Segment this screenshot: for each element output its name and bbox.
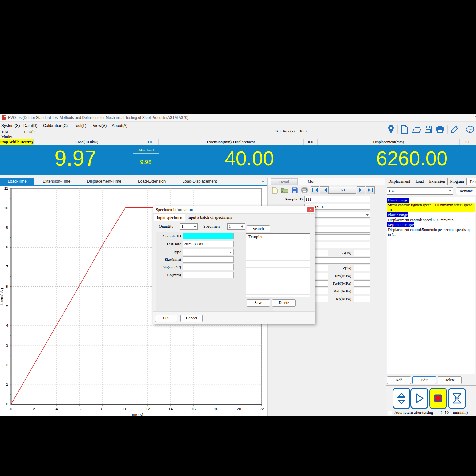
- tab-tensile-test[interactable]: Tensile Test: [467, 178, 476, 185]
- tab-load-displacement[interactable]: Load-Displacement: [174, 178, 225, 185]
- dlg-test-date-input[interactable]: 2025-09-01: [183, 241, 234, 247]
- max-load-label: Max load: [133, 147, 159, 154]
- result-rp-field[interactable]: [354, 296, 370, 302]
- specimen-label: Specimen: [203, 224, 220, 229]
- tab-displacement[interactable]: Displacement: [386, 178, 413, 185]
- svg-text:9: 9: [6, 225, 8, 230]
- svg-text:0: 0: [10, 407, 12, 411]
- tab-detail[interactable]: Detail: [271, 178, 298, 185]
- stop-button[interactable]: [429, 388, 447, 409]
- result-rm-field[interactable]: [354, 273, 370, 279]
- ok-button[interactable]: OK: [155, 315, 177, 322]
- menu-about[interactable]: About(A): [112, 123, 127, 128]
- dlg-type-label: Type: [153, 249, 181, 254]
- save-record-icon[interactable]: [290, 187, 299, 194]
- location-pin-icon[interactable]: [387, 124, 395, 134]
- result-a-field[interactable]: [354, 250, 370, 256]
- print-icon[interactable]: [435, 125, 445, 134]
- extension-channel-value: 0.0: [304, 139, 318, 145]
- result-z-field[interactable]: [354, 265, 370, 271]
- program-step[interactable]: Elastic range: [387, 198, 409, 203]
- last-record-button[interactable]: [366, 186, 375, 194]
- print-record-icon[interactable]: [300, 187, 309, 194]
- edit-pencil-icon[interactable]: [450, 125, 459, 134]
- quantity-stepper[interactable]: 1: [180, 223, 198, 230]
- next-record-button[interactable]: [357, 186, 365, 194]
- dialog-close-button[interactable]: x: [307, 207, 314, 212]
- maximize-button[interactable]: [457, 114, 468, 121]
- tab-displacement-time[interactable]: Displacement-Time: [79, 178, 130, 185]
- open-record-icon[interactable]: [280, 187, 289, 194]
- dlg-sample-id-input[interactable]: [183, 233, 234, 239]
- svg-text:18: 18: [214, 407, 218, 411]
- minimize-button[interactable]: [443, 114, 453, 121]
- detail-toolbar: [271, 186, 309, 195]
- previous-record-button[interactable]: [320, 186, 329, 194]
- templet-delete-button[interactable]: Delete: [272, 299, 296, 307]
- tab-load-extension[interactable]: Load-Extension: [130, 178, 174, 185]
- templet-list[interactable]: Templet: [246, 233, 310, 297]
- sample-id-field[interactable]: 111: [304, 196, 370, 202]
- result-reh-field[interactable]: [354, 280, 370, 287]
- templet-save-button[interactable]: Save: [247, 299, 270, 307]
- add-button[interactable]: Add: [387, 376, 411, 384]
- close-button[interactable]: [472, 114, 476, 121]
- play-icon: [414, 393, 425, 404]
- specimen-stepper[interactable]: 1: [227, 223, 245, 230]
- svg-text:16: 16: [191, 407, 196, 411]
- delete-button[interactable]: Delete: [438, 376, 462, 384]
- tab-input-batch[interactable]: Input a batch of specimens: [185, 214, 235, 221]
- tab-input-specimen[interactable]: Input specimen: [154, 214, 185, 221]
- program-step[interactable]: Displacement control:5mm/min per second …: [387, 227, 475, 237]
- dlg-so-input[interactable]: [183, 264, 234, 270]
- tab-load-time[interactable]: Load-Time: [0, 178, 34, 185]
- cancel-button[interactable]: Cancel: [180, 315, 203, 322]
- jog-updown-button[interactable]: [393, 388, 410, 409]
- tab-program[interactable]: Program: [448, 178, 467, 185]
- new-record-icon[interactable]: [271, 187, 279, 194]
- menu-calibration[interactable]: Calibration(C): [43, 123, 68, 128]
- auto-zero-icon[interactable]: 00: [465, 125, 475, 134]
- record-page-indicator: 1/1: [329, 187, 356, 194]
- program-step[interactable]: Separation range: [387, 222, 414, 227]
- save-icon[interactable]: [424, 125, 433, 134]
- dlg-sample-id-label: Sample ID: [153, 234, 181, 239]
- menu-data[interactable]: Data(D): [23, 123, 38, 128]
- chart-overflow-icon[interactable]: [261, 179, 265, 183]
- open-folder-icon[interactable]: [411, 125, 421, 134]
- header-toolbar: 00: [387, 123, 475, 135]
- edit-button[interactable]: Edit: [412, 376, 436, 384]
- dlg-size-input[interactable]: [183, 256, 234, 263]
- program-steps-list[interactable]: Elastic range Stress control: tighten sp…: [387, 197, 475, 374]
- speed-suffix: mm/min): [453, 410, 468, 415]
- return-speed-value[interactable]: 50: [445, 410, 449, 415]
- specimen-information-dialog: Specimen information x Input specimen In…: [153, 206, 315, 324]
- method-panel: Displacement Load Extension Program Tens…: [386, 178, 476, 416]
- search-button[interactable]: Search: [247, 225, 270, 233]
- program-step[interactable]: Plastic range: [387, 212, 408, 217]
- program-step[interactable]: Displacement control: speed 5.00 mm/min: [387, 217, 475, 222]
- rename-button[interactable]: Rename: [456, 187, 476, 195]
- tab-load[interactable]: Load: [413, 178, 426, 185]
- program-step[interactable]: Stress control: tighten speed 5.00 mm/mi…: [387, 203, 475, 212]
- return-button[interactable]: [448, 388, 466, 409]
- dlg-so-label: So(mm^2): [153, 265, 181, 270]
- dlg-type-combo[interactable]: [183, 249, 234, 255]
- first-record-button[interactable]: [311, 186, 319, 194]
- dialog-title-bar[interactable]: Specimen information x: [153, 206, 315, 214]
- svg-text:5: 5: [6, 304, 8, 308]
- run-button[interactable]: [410, 388, 428, 409]
- menu-system[interactable]: System(S): [1, 123, 20, 128]
- auto-return-checkbox[interactable]: [388, 411, 392, 415]
- result-rel-field[interactable]: [354, 288, 370, 294]
- chart-tab-bar: Load-Time Extension-Time Displacement-Ti…: [0, 178, 267, 186]
- tab-list[interactable]: List: [297, 178, 324, 185]
- speed-prefix: (: [441, 410, 442, 415]
- tab-extension-time[interactable]: Extension-Time: [34, 178, 79, 185]
- new-file-icon[interactable]: [401, 125, 409, 134]
- menu-tool[interactable]: Tool(T): [74, 123, 86, 128]
- dlg-lo-input[interactable]: [183, 272, 234, 278]
- menu-view[interactable]: View(V): [93, 123, 107, 128]
- tab-extension[interactable]: Extension: [426, 178, 448, 185]
- method-select[interactable]: 132: [387, 187, 453, 195]
